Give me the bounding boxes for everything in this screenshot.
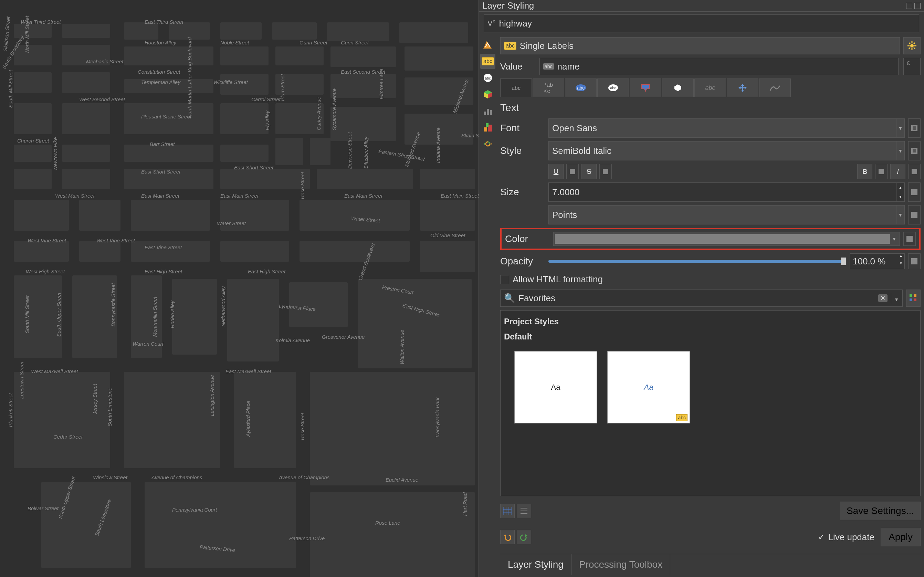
layer-selector[interactable]: V° highway	[484, 15, 919, 32]
rendering-tab[interactable]	[759, 79, 791, 97]
size-value: 7.0000	[552, 187, 580, 198]
svg-rect-24	[570, 169, 575, 174]
opacity-input[interactable]: 100.0 % ▲▼	[850, 253, 905, 269]
html-checkbox[interactable]	[500, 275, 509, 284]
background-tab[interactable]	[629, 79, 661, 97]
italic-dd-button[interactable]	[908, 164, 921, 179]
svg-rect-26	[879, 169, 884, 174]
street-label: Avenue of Champions	[151, 474, 202, 480]
text-tab[interactable]: abc	[500, 79, 532, 97]
street-label: Aylesford Place	[245, 401, 251, 437]
street-label: West Second Street	[79, 97, 125, 102]
placement-tab[interactable]	[727, 79, 758, 97]
formatting-tab[interactable]: ⁺ab<c	[533, 79, 564, 97]
strikeout-button[interactable]: S	[581, 164, 597, 179]
size-dd-button[interactable]	[908, 182, 921, 202]
bold-dd-button[interactable]	[875, 164, 887, 179]
svg-rect-28	[911, 189, 918, 195]
save-settings-button[interactable]: Save Settings...	[840, 501, 921, 520]
underline-dd-button[interactable]	[566, 164, 579, 179]
opacity-value: 100.0 %	[853, 256, 885, 267]
labels-tab[interactable]: abc	[480, 54, 496, 69]
size-input[interactable]: 7.0000 ▲▼	[548, 182, 905, 202]
value-text: name	[557, 61, 580, 72]
street-label: West Main Street	[55, 193, 95, 199]
street-label: West High Street	[26, 269, 65, 274]
line-layer-icon: V°	[488, 19, 496, 28]
bold-button[interactable]: B	[857, 164, 872, 179]
street-label: Constitution Street	[138, 69, 180, 75]
style-preview-2[interactable]: Aa abc	[607, 351, 690, 424]
street-label: East Main Street	[221, 193, 259, 199]
color-picker[interactable]: ▼	[553, 232, 900, 246]
street-label: Elmtree Lane	[378, 69, 384, 99]
style-manager-button[interactable]	[906, 290, 921, 307]
italic-button[interactable]: I	[890, 164, 905, 179]
side-tabs: abc abc	[479, 35, 497, 577]
label-mode-select[interactable]: abc Single Labels	[500, 37, 900, 55]
size-unit-select[interactable]: Points ▼	[548, 205, 905, 224]
list-view-button[interactable]	[517, 504, 531, 518]
3d-view-tab[interactable]	[480, 87, 496, 102]
underline-button[interactable]: U	[548, 164, 563, 179]
html-label: Allow HTML formatting	[513, 274, 603, 285]
style-preview-1[interactable]: Aa	[514, 351, 597, 424]
street-label: Rose Street	[299, 413, 305, 440]
street-label: Kolmia Avenue	[275, 337, 310, 343]
live-update-row[interactable]: ✓ Live update	[818, 530, 874, 544]
street-label: West Vine Street	[97, 237, 135, 243]
symbol-view-button[interactable]	[500, 504, 515, 518]
undo-button[interactable]	[500, 530, 515, 544]
history-tab[interactable]	[480, 136, 496, 152]
map-canvas[interactable]: West Third StreetEast Third StreetHousto…	[0, 0, 478, 577]
callout-tab[interactable]: abc	[694, 79, 726, 97]
street-label: Montmullin Street	[152, 297, 158, 337]
label-settings-button[interactable]	[903, 37, 921, 55]
style-data-defined-button[interactable]	[908, 141, 921, 160]
strikeout-dd-button[interactable]	[599, 164, 612, 179]
street-label: South Mill Street	[24, 295, 30, 333]
street-label: East Vine Street	[145, 245, 182, 250]
street-label: Carrol Street	[251, 97, 280, 102]
expression-builder-button[interactable]: ε	[903, 58, 921, 75]
value-expression[interactable]: abc name	[539, 58, 898, 75]
street-label: Avenue of Champions	[279, 474, 330, 480]
processing-toolbox-tab[interactable]: Processing Toolbox	[571, 554, 670, 575]
opacity-dd-button[interactable]	[908, 253, 921, 269]
svg-rect-30	[906, 236, 913, 242]
opacity-slider[interactable]	[548, 260, 846, 263]
street-label: Gunn Street	[299, 40, 327, 45]
shadow-tab[interactable]	[662, 79, 694, 97]
topology-tab[interactable]	[480, 120, 496, 135]
slider-thumb[interactable]	[841, 257, 846, 266]
favorites-search[interactable]: 🔍 Favorites ✕ ▼	[500, 290, 903, 307]
label-mode-text: Single Labels	[520, 40, 573, 51]
symbology-tab[interactable]	[480, 37, 496, 52]
apply-button[interactable]: Apply	[881, 528, 921, 546]
close-icon[interactable]	[914, 3, 921, 9]
color-dd-button[interactable]	[903, 232, 916, 246]
svg-text:abc: abc	[610, 86, 616, 90]
buffer-tab[interactable]: abc	[565, 79, 597, 97]
redo-button[interactable]	[517, 530, 531, 544]
style-select[interactable]: SemiBold Italic ▼	[548, 141, 905, 160]
mask-tab[interactable]: abc	[597, 79, 629, 97]
html-formatting-row[interactable]: Allow HTML formatting	[500, 273, 921, 286]
street-label: Jersey Street	[92, 384, 98, 414]
size-unit-value: Points	[552, 210, 577, 220]
abc-badge: abc	[676, 414, 687, 421]
svg-rect-35	[914, 298, 916, 301]
masks-tab[interactable]: abc	[480, 70, 496, 85]
clear-search-icon[interactable]: ✕	[878, 294, 887, 302]
size-label: Size	[500, 187, 545, 198]
layer-styling-bottom-tab[interactable]: Layer Styling	[500, 554, 571, 575]
font-data-defined-button[interactable]	[908, 118, 921, 138]
diagrams-tab[interactable]	[480, 103, 496, 118]
detach-icon[interactable]	[906, 3, 912, 9]
svg-rect-31	[911, 258, 918, 264]
street-label: Cedar Street	[53, 434, 83, 440]
size-unit-dd-button[interactable]	[908, 205, 921, 224]
street-label: East Main Street	[344, 193, 383, 199]
font-select[interactable]: Open Sans ▼	[548, 118, 905, 138]
styles-preview-area: Project Styles Default Aa Aa abc	[500, 310, 921, 496]
